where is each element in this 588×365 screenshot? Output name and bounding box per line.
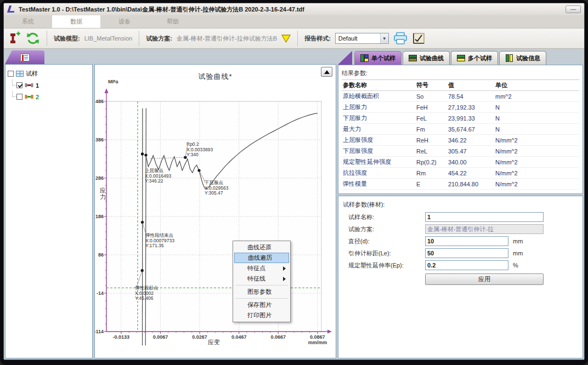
svg-text:-114: -114 xyxy=(95,329,104,334)
svg-text:386: 386 xyxy=(95,137,104,142)
submenu-arrow-icon xyxy=(283,266,286,271)
specimen-checkbox[interactable] xyxy=(16,94,22,100)
table-cell: 78.54 xyxy=(447,91,494,102)
svg-text:86: 86 xyxy=(98,252,104,258)
tree-item-0[interactable]: 1 xyxy=(8,79,90,91)
menu-separator xyxy=(235,285,288,286)
tab-3[interactable]: 试验信息 xyxy=(499,51,546,65)
printer-icon[interactable] xyxy=(393,32,408,45)
tab-2[interactable]: 多个试样 xyxy=(451,51,498,65)
specimen-form-panel: 试样参数(棒材): 试样名称:试验方案:直径(d):mm引伸计标距(Le):mm… xyxy=(338,196,583,358)
field-label: 直径(d): xyxy=(348,237,425,246)
app-window: TestMaster 1.0 - D:\TestMaster 1.0\bin\D… xyxy=(3,3,585,360)
svg-text:-0.0133: -0.0133 xyxy=(113,334,130,340)
scheme-warning-triangle-icon[interactable] xyxy=(281,35,291,43)
specimen-group-icon xyxy=(16,71,24,77)
table-cell: 上屈服强度 xyxy=(342,135,415,146)
svg-text:0.0867: 0.0867 xyxy=(310,334,325,340)
menu-item-0[interactable]: 系统 xyxy=(4,15,52,28)
context-menu-item-6[interactable]: 打印图片 xyxy=(234,310,289,321)
report-style-label: 报告样式: xyxy=(304,35,331,43)
table-row[interactable]: 下屈服强度ReL305.47N/mm^2 xyxy=(342,146,579,157)
toolbar-separator xyxy=(297,31,298,46)
tree-item-1[interactable]: 2 xyxy=(8,91,90,102)
field-unit: mm xyxy=(513,250,523,256)
svg-text:MPa: MPa xyxy=(108,79,119,84)
form-row-2: 直径(d):mm xyxy=(348,235,578,247)
tab-0[interactable]: 单个试样 xyxy=(354,51,402,65)
results-header-row: 参数名称符号值单位 xyxy=(342,80,579,91)
tree-root-row[interactable]: 试样 xyxy=(8,68,90,79)
menu-item-1[interactable]: 数据 xyxy=(52,15,100,28)
table-row[interactable]: 原始横截面积So78.54mm^2 xyxy=(342,91,579,102)
field-input-2[interactable] xyxy=(425,236,508,246)
table-cell: N/mm^2 xyxy=(494,168,579,179)
report-check-icon[interactable] xyxy=(412,32,425,44)
specimen-dumbbell-icon xyxy=(25,82,33,89)
context-menu-item-1[interactable]: 曲线遍历 xyxy=(234,253,289,263)
column-header: 单位 xyxy=(494,80,579,91)
table-row[interactable]: 抗拉强度Rm454.22N/mm^2 xyxy=(342,168,579,179)
field-label: 试样名称: xyxy=(348,213,425,221)
table-cell: 下屈服力 xyxy=(342,113,415,124)
svg-text:0.0267: 0.0267 xyxy=(192,334,207,340)
menu-item-label: 曲线还原 xyxy=(247,243,272,252)
specimen-list-tab[interactable] xyxy=(5,50,44,64)
title-bar: TestMaster 1.0 - D:\TestMaster 1.0\bin\D… xyxy=(4,3,584,15)
right-column: 单个试样试验曲线多个试样试验信息 结果参数: 参数名称符号值单位原始横截面积So… xyxy=(338,50,583,358)
single-specimen-icon xyxy=(360,54,369,62)
multi-specimen-icon xyxy=(457,54,465,62)
menu-item-label: 曲线遍历 xyxy=(248,254,272,262)
table-cell: 规定塑性延伸强度 xyxy=(342,157,415,168)
table-cell: Fm xyxy=(415,124,447,135)
table-row[interactable]: 上屈服强度ReH346.22N/mm^2 xyxy=(342,135,579,146)
context-menu-item-2[interactable]: 特征点 xyxy=(234,263,289,273)
screen-frame: TestMaster 1.0 - D:\TestMaster 1.0\bin\D… xyxy=(0,0,588,365)
table-row[interactable]: 最大力Fm35,674.67N xyxy=(342,124,579,135)
model-label: 试验模型: xyxy=(54,35,80,43)
right-tab-row: 单个试样试验曲线多个试样试验信息 xyxy=(338,50,583,65)
main-area: 试样 12 试验曲线* 48638628618686-14-114-0.0133… xyxy=(4,49,584,360)
refresh-icon[interactable] xyxy=(26,31,40,45)
menu-item-2[interactable]: 设备 xyxy=(100,15,149,28)
field-input-4[interactable] xyxy=(425,260,508,270)
scheme-label: 试验方案: xyxy=(146,35,172,43)
specimen-checkbox[interactable] xyxy=(16,82,22,88)
chart-svg[interactable]: 48638628618686-14-114-0.01330.00670.0267… xyxy=(95,65,336,358)
svg-text:mm/mm: mm/mm xyxy=(308,340,327,345)
apply-button[interactable]: 应用 xyxy=(425,273,544,285)
toolbar-separator xyxy=(139,31,139,46)
column-header: 值 xyxy=(447,80,494,91)
toolbar-separator xyxy=(47,31,47,46)
context-menu-item-5[interactable]: 保存图片 xyxy=(234,300,289,310)
table-row[interactable]: 下屈服力FeL23,991.33N xyxy=(342,113,579,124)
context-menu-item-0[interactable]: 曲线还原 xyxy=(234,242,289,253)
table-row[interactable]: 规定塑性延伸强度Rp(0.2)340.00N/mm^2 xyxy=(342,157,579,168)
specimen-tree-panel: 试样 12 xyxy=(5,64,93,358)
table-cell: FeH xyxy=(415,102,447,113)
field-input-0[interactable] xyxy=(425,212,544,222)
table-cell: E xyxy=(415,179,447,190)
context-menu-item-3[interactable]: 特征线 xyxy=(234,273,289,284)
tab-1[interactable]: 试验曲线 xyxy=(403,51,450,65)
context-menu-item-4[interactable]: 图形参数 xyxy=(234,287,289,297)
table-cell: 下屈服强度 xyxy=(342,146,415,157)
window-title: TestMaster 1.0 - D:\TestMaster 1.0\bin\D… xyxy=(19,5,304,14)
menu-item-3[interactable]: 帮助 xyxy=(149,15,197,28)
chart-panel[interactable]: 试验曲线* 48638628618686-14-114-0.01330.0067… xyxy=(94,64,336,358)
report-style-select[interactable]: Default ▼ xyxy=(335,33,389,44)
table-cell: mm^2 xyxy=(494,91,579,102)
model-value: LIB_MetalTension xyxy=(84,35,132,42)
chart-snapshot-button[interactable] xyxy=(321,67,332,77)
add-specimen-icon[interactable] xyxy=(8,31,21,45)
minimize-button[interactable]: — xyxy=(566,5,581,13)
root-checkbox[interactable] xyxy=(8,71,14,77)
field-input-3[interactable] xyxy=(425,248,508,258)
table-row[interactable]: 弹性模量E210,844.80N/mm^2 xyxy=(342,179,579,190)
app-logo-icon xyxy=(7,5,15,13)
svg-text:应变: 应变 xyxy=(208,339,220,345)
table-cell: N/mm^2 xyxy=(494,157,579,168)
report-style-value: Default xyxy=(338,35,358,42)
svg-text:0.0067: 0.0067 xyxy=(153,334,168,340)
table-row[interactable]: 上屈服力FeH27,192.33N xyxy=(342,102,579,113)
